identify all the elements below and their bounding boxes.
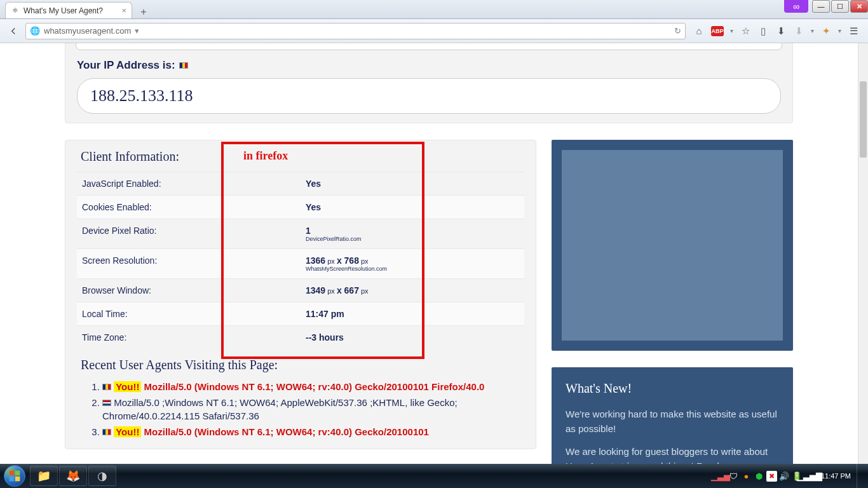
globe-icon: 🌐 [30,26,40,36]
flag-romania-icon [102,384,111,390]
taskbar-explorer[interactable]: 📁 [30,466,58,486]
list-item: Mozilla/5.0 ;Windows NT 6.1; WOW64; Appl… [102,395,524,424]
ua-string: Mozilla/5.0 ;Windows NT 6.1; WOW64; Appl… [102,397,458,421]
info-value: Yes [301,172,524,196]
browser-tab[interactable]: ⚛ What's My User Agent? × [5,2,132,18]
whats-new-panel: What's New! We're working hard to make t… [552,367,793,464]
info-label: Device Pixel Ratio: [77,219,301,249]
tray-green-icon[interactable]: ⬢ [754,471,764,482]
start-button[interactable] [0,464,29,488]
tray-update-icon[interactable]: ✖ [766,471,777,482]
info-label: Browser Window: [77,279,301,302]
svg-rect-3 [15,477,20,482]
close-window-button[interactable]: ✕ [850,0,868,13]
whats-new-p1: We're working hard to make this website … [566,407,779,436]
table-row: Screen Resolution:1366 px x 768 px Whats… [77,249,524,279]
ip-value: 188.25.133.118 [77,78,781,114]
tray-volume-icon[interactable]: 🔊 [779,471,790,482]
info-sublink[interactable]: DevicePixelRatio.com [306,236,519,242]
info-sublink[interactable]: WhatsMyScreenResolution.com [306,266,519,272]
downloads-dropdown-icon[interactable]: ⬇ [793,25,804,37]
extension-dropdown-icon[interactable]: ▾ [838,27,841,34]
show-desktop-button[interactable] [857,464,863,488]
svg-rect-0 [10,471,15,476]
info-value: 11:47 pm [301,302,524,326]
downloads-icon[interactable]: ⬇ [775,25,787,37]
navigation-bar: 🌐 whatsmyuseragent.com ▾ ↻ ⌂ ABP ▾ ☆ ▯ ⬇… [0,19,868,43]
you-badge: You!! [114,426,141,437]
list-item: You!! Mozilla/5.0 (Windows NT 6.1; WOW64… [102,424,524,440]
tab-strip: ⚛ What's My User Agent? × + [0,0,868,19]
url-text: whatsmyuseragent.com [44,26,131,36]
tab-favicon: ⚛ [11,6,20,15]
bookmark-star-icon[interactable]: ☆ [740,25,751,37]
ua-string: Mozilla/5.0 (Windows NT 6.1; WOW64; rv:4… [144,426,429,437]
info-label: JavaScript Enabled: [77,172,301,196]
table-row: Local Time:11:47 pm [77,302,524,326]
tray-chart-icon[interactable]: ▁▃▅ [715,471,726,482]
info-value: 1DevicePixelRatio.com [301,219,524,249]
list-item: You!! Mozilla/5.0 (Windows NT 6.1; WOW64… [102,379,524,395]
url-dropdown-icon[interactable]: ▾ [135,26,139,36]
tab-title: What's My User Agent? [24,6,103,15]
client-info-table: JavaScript Enabled:YesCookies Enabled:Ye… [77,172,524,349]
flag-romania-icon [102,429,111,435]
svg-rect-1 [15,471,20,476]
adblock-icon[interactable]: ABP [711,26,724,36]
info-label: Local Time: [77,302,301,326]
info-value: --3 hours [301,326,524,349]
flag-netherlands-icon [102,400,111,406]
address-bar[interactable]: 🌐 whatsmyuseragent.com ▾ ↻ [25,23,686,39]
page-content: Your IP Address is: 188.25.133.118 Clien… [0,43,858,464]
table-row: Time Zone:--3 hours [77,326,524,349]
whats-new-p2: We are looking for guest bloggers to wri… [566,445,779,464]
abp-dropdown-icon[interactable]: ▾ [730,27,733,34]
ad-placeholder[interactable] [562,150,783,341]
info-label: Time Zone: [77,326,301,349]
info-label: Cookies Enabled: [77,196,301,219]
taskbar-firefox[interactable]: 🦊 [59,466,87,486]
menu-icon[interactable]: ☰ [848,25,859,37]
tray-shield-icon[interactable]: 🛡 [728,471,739,482]
client-info-heading: Client Information: [77,140,524,172]
tray-orange-icon[interactable]: ● [741,471,752,482]
scrollbar-thumb[interactable] [860,81,867,158]
table-row: Device Pixel Ratio:1DevicePixelRatio.com [77,219,524,249]
recent-list: You!! Mozilla/5.0 (Windows NT 6.1; WOW64… [77,379,524,440]
system-tray: ▁▃▅ 🛡 ● ⬢ ✖ 🔊 🔋 ▁▃▅▇ 11:47 PM [715,464,868,488]
ad-panel [552,140,793,351]
info-label: Screen Resolution: [77,249,301,279]
taskbar-clock[interactable]: 11:47 PM [817,472,855,480]
you-badge: You!! [114,381,141,392]
new-tab-button[interactable]: + [136,6,151,18]
back-button[interactable] [5,23,22,39]
extension-icon[interactable]: ✦ [820,25,832,37]
table-row: Browser Window:1349 px x 667 px [77,279,524,302]
mask-extension-button[interactable]: ∞ [784,0,808,13]
home-icon[interactable]: ⌂ [693,25,705,37]
recent-heading: Recent User Agents Visiting this Page: [77,349,524,379]
taskbar-app[interactable]: ◑ [88,466,116,486]
flag-romania-icon [179,62,188,69]
minimize-button[interactable]: — [812,0,830,13]
info-value: Yes [301,196,524,219]
reading-list-icon[interactable]: ▯ [757,25,769,37]
annotation-label: in firefox [243,149,288,163]
svg-rect-2 [10,477,15,482]
vertical-scrollbar[interactable] [858,43,868,464]
whats-new-heading: What's New! [566,381,779,396]
tab-close-icon[interactable]: × [121,6,126,15]
toolbar-dropdown-icon[interactable]: ▾ [811,27,814,34]
info-value: 1366 px x 768 px WhatsMyScreenResolution… [301,249,524,279]
table-row: Cookies Enabled:Yes [77,196,524,219]
ua-string: Mozilla/5.0 (Windows NT 6.1; WOW64; rv:4… [144,381,485,392]
ip-label: Your IP Address is: [77,59,781,72]
info-value: 1349 px x 667 px [301,279,524,302]
table-row: JavaScript Enabled:Yes [77,172,524,196]
reload-icon[interactable]: ↻ [670,26,681,36]
taskbar: 📁 🦊 ◑ ▁▃▅ 🛡 ● ⬢ ✖ 🔊 🔋 ▁▃▅▇ 11:47 PM [0,464,868,488]
maximize-button[interactable]: ☐ [831,0,849,13]
tray-wifi-icon[interactable]: ▁▃▅▇ [804,471,815,482]
